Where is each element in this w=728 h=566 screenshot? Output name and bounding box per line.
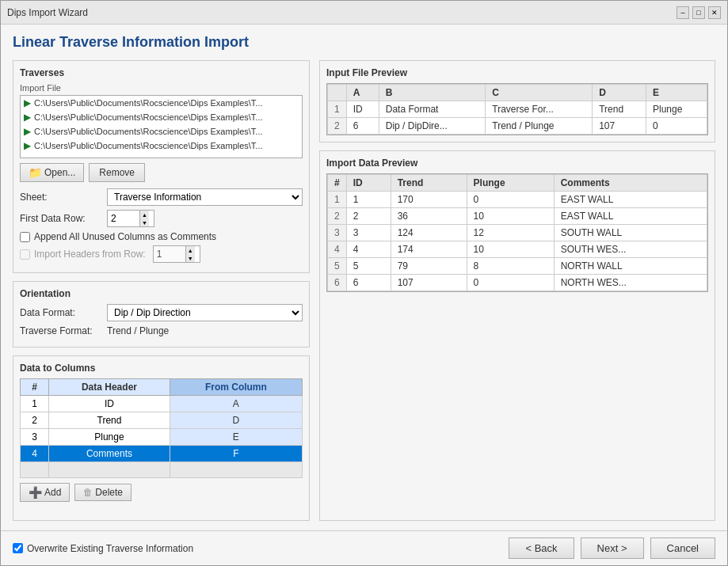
left-panel: Traverses Import File ▶ C:\Users\Public\…	[13, 60, 310, 521]
import-row-2: 2 2 36 10 EAST WALL	[328, 208, 707, 225]
maximize-button[interactable]: □	[692, 6, 705, 19]
import-row2-trend: 36	[391, 208, 467, 225]
input-col-c: C	[486, 85, 593, 101]
row4-from: F	[170, 446, 302, 462]
data-columns-section: Data to Columns # Data Header From Colum…	[13, 355, 310, 521]
import-headers-spinner: ▲ ▼	[153, 245, 200, 263]
traverse-format-label: Traverse Format:	[20, 325, 107, 336]
bottom-left: Overwrite Existing Traverse Information	[13, 543, 193, 554]
input-row-1: 1 ID Data Format Traverse For... Trend P…	[328, 101, 707, 118]
main-window: Dips Import Wizard – □ ✕ Linear Traverse…	[0, 0, 728, 566]
import-row3-trend: 124	[391, 225, 467, 241]
import-col-comments: Comments	[554, 175, 707, 192]
import-headers-down[interactable]: ▼	[186, 254, 195, 262]
input-row2-e: 0	[646, 118, 707, 135]
first-data-row-input[interactable]	[108, 211, 139, 226]
next-button[interactable]: Next >	[581, 538, 644, 559]
import-preview-section: Import Data Preview # ID Trend Plunge Co…	[319, 150, 715, 521]
input-row1-num: 1	[328, 101, 347, 118]
input-col-empty	[328, 85, 347, 101]
excel-icon-1: ▶	[24, 97, 31, 108]
spinner-down[interactable]: ▼	[140, 218, 149, 226]
import-preview-table: # ID Trend Plunge Comments 1	[327, 174, 707, 291]
import-row2-num: 2	[328, 208, 347, 225]
col-header-from-column: From Column	[170, 379, 302, 396]
input-col-a: A	[346, 85, 379, 101]
first-data-row-label: First Data Row:	[20, 213, 107, 224]
import-headers-input[interactable]	[154, 246, 185, 262]
overwrite-checkbox[interactable]	[13, 543, 23, 553]
add-button-label: Add	[44, 487, 61, 498]
row4-header: Comments	[49, 446, 170, 462]
append-checkbox[interactable]	[20, 232, 30, 242]
import-row4-trend: 174	[391, 241, 467, 258]
import-row3-comments: SOUTH WALL	[554, 225, 707, 241]
titlebar: Dips Import Wizard – □ ✕	[1, 1, 727, 25]
row3-from: E	[170, 429, 302, 446]
import-row5-plunge: 8	[467, 258, 554, 275]
file-item-1[interactable]: ▶ C:\Users\Public\Documents\Rocscience\D…	[21, 96, 302, 110]
table-row-selected[interactable]: 4 Comments F	[21, 446, 303, 462]
append-checkbox-row: Append All Unused Columns as Comments	[20, 231, 303, 242]
remove-button[interactable]: Remove	[89, 163, 145, 182]
import-row4-comments: SOUTH WES...	[554, 241, 707, 258]
append-checkbox-label: Append All Unused Columns as Comments	[34, 231, 216, 242]
row1-num: 1	[21, 396, 49, 412]
spinner-up[interactable]: ▲	[140, 211, 149, 218]
import-row-5: 5 5 79 8 NORTH WALL	[328, 258, 707, 275]
import-row-4: 4 4 174 10 SOUTH WES...	[328, 241, 707, 258]
traverse-format-value: Trend / Plunge	[107, 325, 169, 336]
import-col-num: #	[328, 175, 347, 192]
import-row-1: 1 1 170 0 EAST WALL	[328, 192, 707, 208]
add-button[interactable]: ➕ Add	[20, 483, 70, 502]
overwrite-label: Overwrite Existing Traverse Information	[27, 543, 193, 554]
sheet-label: Sheet:	[20, 192, 107, 203]
sheet-select[interactable]: Traverse Information Direction	[107, 188, 303, 206]
import-row4-plunge: 10	[467, 241, 554, 258]
input-row1-e: Plunge	[646, 101, 707, 118]
table-row[interactable]: 3 Plunge E	[21, 429, 303, 446]
back-button[interactable]: < Back	[509, 538, 574, 559]
import-headers-up[interactable]: ▲	[186, 246, 195, 254]
minimize-button[interactable]: –	[677, 6, 689, 19]
input-preview-table: A B C D E 1 ID	[327, 84, 707, 135]
input-row2-d: 107	[593, 118, 646, 135]
spinner-arrows: ▲ ▼	[139, 211, 149, 226]
close-button[interactable]: ✕	[708, 6, 721, 19]
folder-icon: 📁	[29, 166, 42, 179]
file-item-4[interactable]: ▶ C:\Users\Public\Documents\Rocscience\D…	[21, 139, 302, 153]
import-row5-id: 5	[346, 258, 391, 275]
import-row3-num: 3	[328, 225, 347, 241]
table-row[interactable]: 2 Trend D	[21, 412, 303, 429]
excel-icon-3: ▶	[24, 126, 31, 137]
input-preview-scroll[interactable]: A B C D E 1 ID	[326, 83, 708, 135]
import-row2-comments: EAST WALL	[554, 208, 707, 225]
traverses-label: Traverses	[20, 67, 303, 78]
file-path-2: C:\Users\Public\Documents\Rocscience\Dip…	[34, 112, 263, 122]
data-columns-table: # Data Header From Column 1 ID A	[20, 378, 303, 478]
row2-from: D	[170, 412, 302, 429]
open-button[interactable]: 📁 Open...	[20, 163, 84, 182]
import-row1-plunge: 0	[467, 192, 554, 208]
file-item-3[interactable]: ▶ C:\Users\Public\Documents\Rocscience\D…	[21, 124, 302, 139]
orientation-section: Orientation Data Format: Dip / Dip Direc…	[13, 281, 310, 348]
file-item-2[interactable]: ▶ C:\Users\Public\Documents\Rocscience\D…	[21, 110, 302, 124]
import-preview-scroll[interactable]: # ID Trend Plunge Comments 1	[326, 173, 708, 292]
cancel-button[interactable]: Cancel	[650, 538, 715, 559]
data-format-label: Data Format:	[20, 307, 107, 318]
import-headers-checkbox[interactable]	[20, 249, 30, 260]
input-col-d: D	[593, 85, 646, 101]
excel-icon-4: ▶	[24, 140, 31, 151]
file-path-1: C:\Users\Public\Documents\Rocscience\Dip…	[34, 98, 263, 108]
import-row3-plunge: 12	[467, 225, 554, 241]
orientation-label: Orientation	[20, 288, 303, 299]
input-col-b: B	[379, 85, 486, 101]
table-row[interactable]: 1 ID A	[21, 396, 303, 412]
delete-button[interactable]: 🗑 Delete	[74, 484, 131, 501]
import-row1-id: 1	[346, 192, 391, 208]
import-file-section: Traverses Import File ▶ C:\Users\Public\…	[13, 60, 310, 273]
import-row1-num: 1	[328, 192, 347, 208]
input-row1-d: Trend	[593, 101, 646, 118]
first-data-row-spinner: ▲ ▼	[107, 210, 154, 227]
data-format-select[interactable]: Dip / Dip Direction	[107, 304, 303, 321]
